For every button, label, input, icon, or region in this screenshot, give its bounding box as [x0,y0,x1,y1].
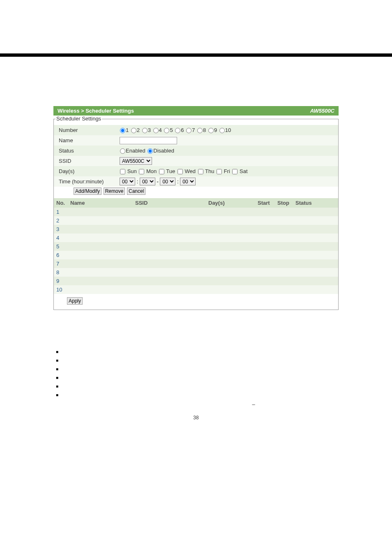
td-status [293,225,338,234]
bullet-list: ■ ■ ■ ■ ■ ■ [56,349,339,397]
td-days [206,234,255,242]
td-ssid [133,208,206,216]
day-fri-checkbox[interactable] [217,169,222,174]
td-no: 3 [54,225,68,234]
row-status: Status Enabled Disabled [54,146,338,156]
td-no: 10 [54,285,68,294]
td-days [206,225,255,234]
number-radio-8[interactable] [197,128,203,133]
day-sun-checkbox[interactable] [120,169,125,174]
number-radio-7[interactable] [186,128,191,133]
td-status [293,234,338,242]
time-start-minute-select[interactable]: 00 [140,178,155,185]
table-row: 7 [54,259,338,268]
td-status [293,251,338,259]
time-label: Time (hour:minute) [54,178,120,185]
status-enabled-radio[interactable] [120,148,125,154]
remove-button[interactable]: Remove [104,187,125,195]
td-name [68,234,133,242]
status-label: Status [54,148,120,154]
td-ssid [133,225,206,234]
td-stop [275,225,293,234]
name-input[interactable] [120,137,177,144]
td-status [293,277,338,285]
row-number: Number 1 2 3 4 5 6 7 8 9 10 [54,125,338,135]
day-sat-checkbox[interactable] [232,169,238,174]
schedule-table: No. Name SSID Day(s) Start Stop Status 1… [54,198,338,294]
td-ssid [133,216,206,225]
table-row: 9 [54,277,338,285]
dash: - [157,178,159,185]
day-mon-checkbox[interactable] [139,169,144,174]
td-no: 1 [54,208,68,216]
number-radio-1[interactable] [120,128,125,133]
cancel-button[interactable]: Cancel [127,187,145,195]
action-buttons-row: Add/Modify Remove Cancel [54,187,338,197]
td-stop [275,277,293,285]
th-stop: Stop [275,198,293,208]
day-label: Tue [166,168,175,174]
td-start [255,225,275,234]
bullet-item: ■ [56,349,339,354]
td-name [68,225,133,234]
status-disabled-radio[interactable] [148,148,153,154]
td-status [293,285,338,294]
th-name: Name [68,198,133,208]
number-option-label: 8 [203,127,206,133]
td-no: 5 [54,242,68,251]
number-radio-9[interactable] [208,128,214,133]
number-option-label: 6 [181,127,184,133]
td-stop [275,216,293,225]
td-days [206,268,255,277]
row-time: Time (hour:minute) 00 : 00 - 00 : 00 [54,176,338,187]
number-radio-3[interactable] [142,128,148,133]
th-no: No. [54,198,68,208]
table-row: 6 [54,251,338,259]
status-disabled-label: Disabled [153,148,174,154]
addmodify-button[interactable]: Add/Modify [74,187,101,195]
number-option-label: 5 [170,127,173,133]
apply-button[interactable]: Apply [67,297,83,305]
number-radio-5[interactable] [164,128,169,133]
day-wed-checkbox[interactable] [178,169,183,174]
row-name: Name [54,135,338,146]
td-no: 6 [54,251,68,259]
td-name [68,242,133,251]
td-no: 8 [54,268,68,277]
td-status [293,208,338,216]
td-ssid [133,234,206,242]
time-stop-minute-select[interactable]: 00 [180,178,196,185]
time-start-hour-select[interactable]: 00 [120,178,135,185]
day-thu-checkbox[interactable] [198,169,203,174]
td-start [255,251,275,259]
td-stop [275,251,293,259]
day-tue-checkbox[interactable] [159,169,164,174]
number-radio-6[interactable] [175,128,180,133]
td-status [293,268,338,277]
number-option-label: 1 [126,127,129,133]
status-enabled-label: Enabled [126,148,145,154]
td-stop [275,234,293,242]
td-name [68,285,133,294]
td-stop [275,285,293,294]
number-radio-4[interactable] [153,128,159,133]
row-ssid: SSID AW5500C [54,156,338,166]
number-option-label: 3 [148,127,151,133]
dash-separator: – [0,401,392,407]
page-header: Wireless > Scheduler Settings AW5500C [53,106,339,116]
number-option-label: 2 [137,127,140,133]
td-days [206,216,255,225]
td-start [255,259,275,268]
time-stop-hour-select[interactable]: 00 [160,178,175,185]
td-start [255,234,275,242]
ssid-select[interactable]: AW5500C [120,157,152,165]
td-days [206,208,255,216]
table-row: 10 [54,285,338,294]
td-start [255,285,275,294]
th-status: Status [293,198,338,208]
number-radio-10[interactable] [219,128,225,133]
number-radio-2[interactable] [131,128,136,133]
top-divider [0,53,392,57]
td-days [206,285,255,294]
th-start: Start [255,198,275,208]
